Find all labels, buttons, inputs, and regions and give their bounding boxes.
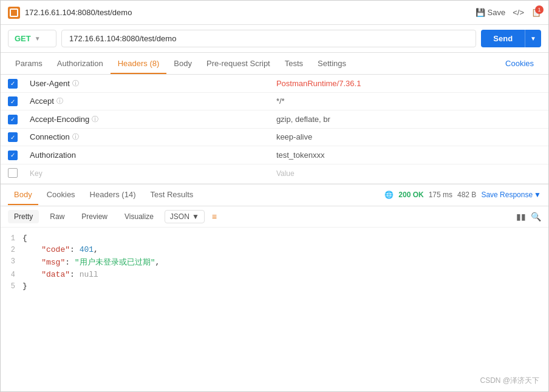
- headers-area: User-Agent ⓘ PostmanRuntime/7.36.1 Accep…: [1, 75, 548, 184]
- response-tab-body[interactable]: Body: [8, 185, 38, 205]
- info-icon[interactable]: ⓘ: [56, 96, 63, 106]
- header-value-cell-0[interactable]: PostmanRuntime/7.36.1: [271, 75, 548, 92]
- send-dropdown-button[interactable]: ▼: [525, 30, 541, 47]
- line-number: 1: [1, 234, 22, 243]
- format-type-label: JSON: [170, 212, 189, 221]
- response-meta: 🌐 200 OK 175 ms 482 B Save Response ▼: [384, 191, 541, 199]
- save-response-button[interactable]: Save Response ▼: [481, 191, 541, 199]
- status-badge: 200 OK: [398, 191, 423, 199]
- header-value-cell-3[interactable]: keep-alive: [271, 128, 548, 146]
- format-tab-visualize[interactable]: Visualize: [118, 210, 160, 223]
- header-row: User-Agent ⓘ PostmanRuntime/7.36.1: [1, 75, 548, 92]
- page-title: 172.16.61.104:8080/test/demo: [25, 8, 132, 17]
- tab-headers[interactable]: Headers (8): [111, 54, 167, 74]
- new-row-checkbox[interactable]: [8, 168, 18, 178]
- request-tabs: Params Authorization Headers (8) Body Pr…: [1, 53, 548, 75]
- format-tab-raw[interactable]: Raw: [44, 210, 70, 223]
- save-icon: 💾: [476, 8, 485, 17]
- json-line: 3 "msg": "用户未登录或已过期",: [1, 255, 548, 269]
- info-icon[interactable]: ⓘ: [92, 115, 98, 124]
- tab-body[interactable]: Body: [166, 54, 199, 74]
- notification-badge: 1: [535, 5, 544, 14]
- new-key-cell[interactable]: Key: [25, 164, 271, 184]
- header-key-cell-2[interactable]: Accept-Encoding ⓘ: [25, 110, 271, 129]
- method-selector[interactable]: GET ▼: [8, 30, 56, 47]
- format-tabs-row: Pretty Raw Preview Visualize JSON ▼ ≡ ▮▮…: [1, 206, 548, 228]
- format-type-selector[interactable]: JSON ▼: [165, 210, 205, 223]
- save-button[interactable]: 💾 Save: [476, 8, 506, 17]
- search-icon[interactable]: 🔍: [531, 212, 541, 221]
- header-key-cell-1[interactable]: Accept ⓘ: [25, 92, 271, 110]
- response-tab-cookies[interactable]: Cookies: [41, 185, 81, 205]
- json-line: 4 "data": null: [1, 269, 548, 280]
- header-checkbox-4[interactable]: [8, 150, 18, 160]
- format-type-chevron-icon: ▼: [192, 212, 199, 221]
- copy-icon[interactable]: ▮▮: [516, 212, 526, 221]
- header-row: Accept ⓘ */*: [1, 92, 548, 110]
- format-tab-preview[interactable]: Preview: [75, 210, 114, 223]
- info-icon[interactable]: ⓘ: [72, 79, 79, 88]
- tab-settings[interactable]: Settings: [310, 54, 353, 74]
- line-number: 3: [1, 257, 22, 268]
- header-new-row: Key Value: [1, 164, 548, 184]
- line-number: 4: [1, 270, 22, 279]
- sidebar-icon[interactable]: 📋 1: [531, 8, 541, 17]
- header-value-cell-4[interactable]: test_tokenxxx: [271, 146, 548, 164]
- format-actions: ▮▮ 🔍: [516, 212, 541, 221]
- send-button[interactable]: Send: [481, 30, 525, 47]
- url-input[interactable]: [61, 30, 476, 47]
- json-line: 5}: [1, 280, 548, 292]
- response-time: 175 ms: [429, 191, 452, 199]
- header-row: Authorization test_tokenxxx: [1, 146, 548, 164]
- top-bar: 172.16.61.104:8080/test/demo 💾 Save </> …: [1, 1, 548, 25]
- line-number: 2: [1, 245, 22, 254]
- tab-cookies[interactable]: Cookies: [498, 54, 541, 74]
- header-row: Connection ⓘ keep-alive: [1, 128, 548, 146]
- filter-icon[interactable]: ≡: [212, 212, 217, 221]
- header-checkbox-1[interactable]: [8, 96, 18, 106]
- method-label: GET: [15, 34, 31, 43]
- json-content: 1{2 "code": 401, 3 "msg": "用户未登录或已过期", 4…: [1, 228, 548, 297]
- headers-placeholder: Key Value: [1, 164, 548, 184]
- header-key-cell-4[interactable]: Authorization: [25, 146, 271, 164]
- tab-pre-request-script[interactable]: Pre-request Script: [199, 54, 278, 74]
- header-checkbox-2[interactable]: [8, 115, 18, 124]
- save-response-chevron-icon: ▼: [534, 191, 541, 199]
- tab-params[interactable]: Params: [8, 54, 50, 74]
- response-tabs: Body Cookies Headers (14) Test Results 🌐…: [1, 184, 548, 206]
- method-chevron-icon: ▼: [35, 35, 41, 42]
- new-value-cell[interactable]: Value: [271, 164, 548, 184]
- header-checkbox-0[interactable]: [8, 79, 18, 89]
- format-tab-pretty[interactable]: Pretty: [8, 210, 39, 223]
- code-button[interactable]: </>: [513, 8, 524, 17]
- json-line: 2 "code": 401,: [1, 244, 548, 255]
- send-button-group: Send ▼: [481, 30, 541, 47]
- header-key-cell-0[interactable]: User-Agent ⓘ: [25, 75, 271, 92]
- tab-authorization[interactable]: Authorization: [50, 54, 111, 74]
- response-tab-test-results[interactable]: Test Results: [144, 185, 199, 205]
- response-size: 482 B: [457, 191, 476, 199]
- url-bar: GET ▼ Send ▼: [1, 25, 548, 53]
- headers-table: User-Agent ⓘ PostmanRuntime/7.36.1 Accep…: [1, 75, 548, 164]
- globe-icon: 🌐: [384, 191, 394, 199]
- line-number: 5: [1, 282, 22, 291]
- watermark: CSDN @泽济天下: [480, 376, 539, 386]
- tab-tests[interactable]: Tests: [278, 54, 310, 74]
- top-bar-actions: 💾 Save </> 📋 1: [476, 8, 541, 17]
- response-section: Body Cookies Headers (14) Test Results 🌐…: [1, 184, 548, 297]
- response-tab-headers[interactable]: Headers (14): [84, 185, 142, 205]
- header-checkbox-3[interactable]: [8, 132, 18, 142]
- top-bar-left: 172.16.61.104:8080/test/demo: [8, 7, 132, 19]
- header-row: Accept-Encoding ⓘ gzip, deflate, br: [1, 110, 548, 129]
- json-line: 1{: [1, 232, 548, 244]
- app-icon: [8, 7, 20, 19]
- info-icon[interactable]: ⓘ: [72, 132, 79, 141]
- header-value-cell-1[interactable]: */*: [271, 92, 548, 110]
- header-value-cell-2[interactable]: gzip, deflate, br: [271, 110, 548, 129]
- header-key-cell-3[interactable]: Connection ⓘ: [25, 128, 271, 146]
